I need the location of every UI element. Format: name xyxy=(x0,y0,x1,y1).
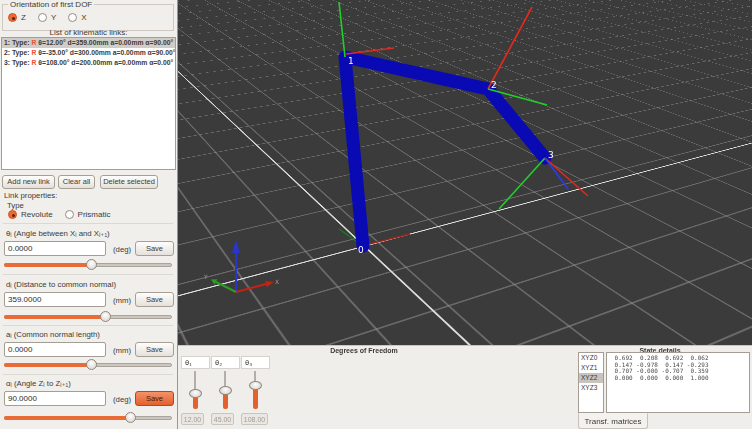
d-slider[interactable] xyxy=(4,311,172,322)
link-properties-title: Link properties: xyxy=(4,191,57,200)
a-save-button[interactable]: Save xyxy=(135,342,174,357)
alpha-slider-handle[interactable] xyxy=(125,412,136,423)
radio-orientation-z[interactable] xyxy=(8,13,17,22)
3d-viewport[interactable]: 0 1 2 3 X Y xyxy=(178,0,752,345)
tab-transf-matrices[interactable]: Transf. matrices xyxy=(578,413,648,429)
type-label: Type xyxy=(7,201,24,210)
base-x-axis-icon xyxy=(365,234,410,245)
dof-theta1-value: 12.00 xyxy=(181,413,204,425)
robot-links[interactable] xyxy=(345,57,545,246)
d-unit-label: (mm) xyxy=(113,296,131,305)
a-input[interactable] xyxy=(4,342,106,357)
theta-slider-handle[interactable] xyxy=(86,259,97,270)
link-item-prefix: 1: Type: xyxy=(4,39,30,46)
orientation-title: Orientation of first DOF xyxy=(8,0,94,9)
joint3-z-axis-icon xyxy=(545,158,568,189)
link-item-params: θ=-35.00° d=300.00mm a=0.00mm α=90.00° xyxy=(36,49,175,56)
link-list-item[interactable]: 1: Type: R θ=12.00° d=359.00mm a=0.00mm … xyxy=(2,38,175,48)
radio-orientation-x-label[interactable]: X xyxy=(81,13,86,22)
world-y-axis-icon xyxy=(216,282,236,292)
radio-type-revolute[interactable] xyxy=(8,210,17,219)
robot-arm-overlay: 0 1 2 3 X Y xyxy=(178,0,752,345)
radio-type-revolute-label[interactable]: Revolute xyxy=(21,210,53,219)
world-x-label: X xyxy=(275,278,279,285)
world-x-axis-icon xyxy=(236,284,266,292)
radio-orientation-y-label[interactable]: Y xyxy=(51,13,56,22)
clear-all-button[interactable]: Clear all xyxy=(58,175,95,189)
radio-orientation-y[interactable] xyxy=(38,13,47,22)
dof-theta2-label: θ₂ xyxy=(211,356,240,369)
theta-field-label: θᵢ (Angle between Xᵢ and Xᵢ₊₁) xyxy=(6,229,110,238)
alpha-save-button[interactable]: Save xyxy=(135,391,174,406)
frame-item-xyz1[interactable]: XYZ1 xyxy=(579,363,603,373)
dof-theta1-slider-handle[interactable] xyxy=(189,389,202,398)
link-item-prefix: 2: Type: xyxy=(4,49,30,56)
alpha-unit-label: (deg) xyxy=(113,395,131,404)
d-input[interactable] xyxy=(4,292,106,307)
dof-theta3-value: 108.00 xyxy=(241,413,268,425)
d-slider-handle[interactable] xyxy=(100,311,111,322)
link-item-params: θ=12.00° d=359.00mm a=0.00mm α=90.00° xyxy=(36,39,173,46)
frame-list[interactable]: XYZ0 XYZ1 XYZ2 XYZ3 xyxy=(578,352,604,413)
joint0-label: 0 xyxy=(358,245,364,255)
a-unit-label: (mm) xyxy=(113,346,131,355)
joint2-x-axis-icon xyxy=(488,7,532,89)
alpha-input[interactable] xyxy=(4,391,106,406)
link-item-prefix: 3: Type: xyxy=(4,59,30,66)
alpha-field-label: αᵢ (Angle Zᵢ to Zᵢ₊₁) xyxy=(6,379,71,388)
link-list-item[interactable]: 2: Type: R θ=-35.00° d=300.00mm a=0.00mm… xyxy=(2,48,175,58)
world-y-label: Y xyxy=(203,273,208,280)
joint1-y-axis-icon xyxy=(339,2,345,57)
dof-theta2-slider[interactable] xyxy=(218,371,232,409)
links-list-title: List of kinematic links: xyxy=(0,28,177,37)
delete-selected-button[interactable]: Delete selected xyxy=(100,175,158,189)
theta-unit-label: (deg) xyxy=(113,245,131,254)
dof-theta3-slider[interactable] xyxy=(248,371,262,409)
matrix-row: 0.000 0.000 0.000 1.000 xyxy=(611,375,749,382)
d-field-label: dᵢ (Distance to common normal) xyxy=(6,280,116,289)
bottom-panels: Degrees of Freedom State details θ₁ θ₂ θ… xyxy=(178,345,752,429)
joint1-x-axis-icon xyxy=(346,48,394,54)
radio-type-prismatic[interactable] xyxy=(65,210,74,219)
frame-item-xyz3[interactable]: XYZ3 xyxy=(579,383,603,393)
joint3-label: 3 xyxy=(548,150,554,160)
joint3-y-axis-icon xyxy=(499,158,545,209)
theta-slider[interactable] xyxy=(4,259,172,270)
radio-type-prismatic-label[interactable]: Prismatic xyxy=(78,210,111,219)
joint2-label: 2 xyxy=(491,80,497,90)
dof-panel-title: Degrees of Freedom xyxy=(178,347,550,354)
radio-orientation-z-label[interactable]: Z xyxy=(21,13,26,22)
world-z-arrowhead-icon xyxy=(232,240,240,253)
dof-theta1-label: θ₁ xyxy=(181,356,210,369)
a-field-label: aᵢ (Common normal length) xyxy=(6,330,100,339)
alpha-slider[interactable] xyxy=(4,412,172,423)
world-triad: X Y xyxy=(203,240,279,292)
theta-input[interactable] xyxy=(4,241,106,256)
world-x-arrowhead-icon xyxy=(265,281,274,287)
radio-orientation-x[interactable] xyxy=(68,13,77,22)
transformation-matrix-display: 0.692 0.208 0.692 0.062 0.147 -0.978 0.1… xyxy=(606,352,750,413)
dof-theta3-slider-handle[interactable] xyxy=(249,381,262,390)
a-slider-handle[interactable] xyxy=(86,359,97,370)
dof-theta3-label: θ₃ xyxy=(241,356,270,369)
kinematic-links-list[interactable]: 1: Type: R θ=12.00° d=359.00mm a=0.00mm … xyxy=(1,37,176,170)
d-save-button[interactable]: Save xyxy=(135,292,174,307)
dof-theta2-slider-handle[interactable] xyxy=(219,386,232,395)
dof-theta2-value: 45.00 xyxy=(211,413,234,425)
frame-item-xyz2[interactable]: XYZ2 xyxy=(579,373,603,383)
link-item-params: θ=108.00° d=200.00mm a=0.00mm α=0.00° xyxy=(36,59,173,66)
add-new-link-button[interactable]: Add new link xyxy=(2,175,55,189)
theta-save-button[interactable]: Save xyxy=(135,241,174,256)
control-panel: Orientation of first DOF Z Y X List of k… xyxy=(0,0,178,429)
a-slider[interactable] xyxy=(4,359,172,370)
frame-item-xyz0[interactable]: XYZ0 xyxy=(579,353,603,363)
joint3-x-axis-icon xyxy=(545,158,588,196)
orientation-groupbox: Orientation of first DOF Z Y X xyxy=(2,4,174,31)
dof-theta1-slider[interactable] xyxy=(188,371,202,409)
link-list-item[interactable]: 3: Type: R θ=108.00° d=200.00mm a=0.00mm… xyxy=(2,58,175,68)
joint1-label: 1 xyxy=(348,56,354,66)
